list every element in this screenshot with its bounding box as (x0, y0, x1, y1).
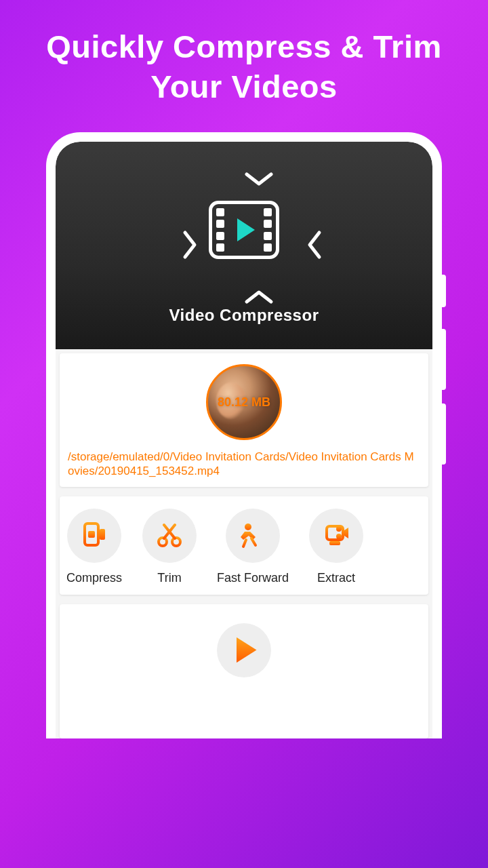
scissors-icon (155, 519, 184, 552)
svg-point-10 (245, 524, 251, 530)
action-compress[interactable]: Compress (66, 509, 122, 585)
play-icon (237, 218, 255, 241)
svg-point-15 (336, 526, 342, 532)
svg-rect-17 (329, 541, 340, 545)
video-thumbnail: 80.12 MB (206, 364, 282, 440)
phone-side-button (442, 403, 446, 465)
selected-video-card[interactable]: 80.12 MB /storage/emulated/0/Video Invit… (60, 353, 428, 487)
action-label: Fast Forward (217, 571, 289, 585)
film-icon (209, 201, 279, 259)
svg-rect-3 (100, 529, 105, 540)
action-label: Extract (317, 571, 355, 585)
play-card (60, 604, 428, 738)
svg-point-4 (159, 538, 167, 546)
phone-frame: Video Compressor 80.12 MB /storage/emula… (46, 132, 442, 738)
svg-point-5 (172, 538, 180, 546)
video-size-label: 80.12 MB (218, 395, 270, 410)
compress-icon (79, 519, 109, 552)
phone-screen: Video Compressor 80.12 MB /storage/emula… (56, 142, 432, 738)
promo-headline: Quickly Compress & Trim Your Videos (0, 0, 488, 126)
hero-section: Video Compressor (56, 142, 432, 349)
action-label: Trim (157, 571, 181, 585)
action-row[interactable]: Compress (60, 496, 428, 595)
video-path: /storage/emulated/0/Video Invitation Car… (68, 450, 420, 479)
fast-forward-icon (237, 519, 269, 552)
phone-side-button (442, 329, 446, 390)
phone-side-button (442, 275, 446, 307)
action-fast-forward[interactable]: Fast Forward (217, 509, 289, 585)
extract-icon (321, 519, 351, 552)
hero-title: Video Compressor (169, 306, 319, 325)
action-extract[interactable]: Extract (309, 509, 363, 585)
svg-rect-1 (88, 531, 95, 538)
action-trim[interactable]: Trim (142, 509, 197, 585)
compress-hero-icon (180, 169, 308, 291)
svg-point-16 (336, 534, 342, 539)
play-button[interactable] (217, 623, 271, 677)
action-label: Compress (66, 571, 122, 585)
play-icon (232, 637, 257, 663)
